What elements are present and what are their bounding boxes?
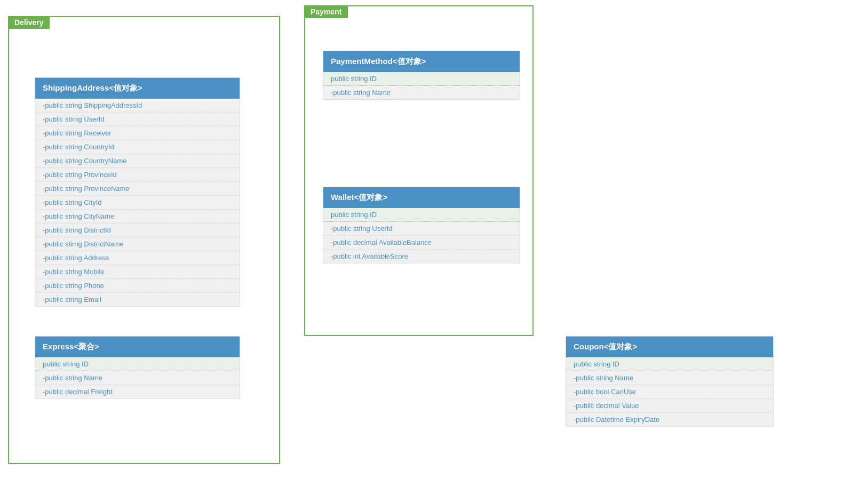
field-row-wallet-1: -public decimal AvailableBalance [323,236,520,250]
entity-header-shipping-address: ShippingAddress<值对象> [35,78,240,99]
field-row-shipping-address-6: -public string ProvinceName [35,182,240,196]
field-row-coupon-3: -public Datetime ExpiryDate [566,413,773,426]
entity-body-coupon: public string ID-public string Name-publ… [566,357,773,426]
field-row-shipping-address-1: -public stirng UserId [35,113,240,126]
field-pk-payment-method: public string ID [323,72,520,86]
field-row-shipping-address-11: -public string Address [35,251,240,265]
field-row-payment-method-0: -public string Name [323,86,520,99]
field-row-shipping-address-5: -public string ProvinceId [35,168,240,182]
entity-header-coupon: Coupon<值对象> [566,337,773,357]
entity-body-wallet: public string ID-public string UserId-pu… [323,208,520,263]
field-row-coupon-1: -public bool CanUse [566,385,773,399]
field-row-coupon-0: -public string Name [566,371,773,385]
field-row-shipping-address-4: -public string CountryName [35,154,240,168]
field-row-shipping-address-13: -public string Phone [35,279,240,293]
entity-express: Express<聚合>public string ID-public strin… [35,336,240,399]
diagram-area: DeliveryPaymentShippingAddress<值对象>-publ… [0,0,867,504]
group-label-payment: Payment [304,5,348,18]
entity-header-payment-method: PaymentMethod<值对象> [323,51,520,72]
entity-header-express: Express<聚合> [35,337,240,357]
field-pk-wallet: public string ID [323,208,520,222]
field-row-shipping-address-12: -public string Mobile [35,265,240,279]
field-row-wallet-2: -public int AvailableScore [323,250,520,263]
field-row-express-0: -public string Name [35,371,240,385]
field-row-shipping-address-3: -public string CountryId [35,140,240,154]
field-pk-coupon: public string ID [566,357,773,371]
group-label-delivery: Delivery [8,16,50,29]
field-pk-express: public string ID [35,357,240,371]
field-row-coupon-2: -public decimal Value [566,399,773,413]
entity-header-wallet: Wallet<值对象> [323,187,520,208]
field-row-shipping-address-7: -public string CityId [35,196,240,210]
field-row-shipping-address-10: -public stirng DistrictName [35,237,240,251]
field-row-shipping-address-9: -public string DistrictId [35,223,240,237]
entity-payment-method: PaymentMethod<值对象>public string ID-publi… [323,51,520,100]
entity-body-payment-method: public string ID-public string Name [323,72,520,99]
field-row-wallet-0: -public string UserId [323,222,520,236]
field-row-shipping-address-0: -public string ShippingAddressId [35,99,240,113]
field-row-shipping-address-8: -public string CityName [35,210,240,223]
entity-body-shipping-address: -public string ShippingAddressId-public … [35,99,240,306]
field-row-shipping-address-14: -public string Email [35,293,240,306]
entity-body-express: public string ID-public string Name-publ… [35,357,240,398]
entity-coupon: Coupon<值对象>public string ID-public strin… [566,336,774,427]
field-row-express-1: -public decimal Freight [35,385,240,398]
field-row-shipping-address-2: -public string Receiver [35,126,240,140]
entity-shipping-address: ShippingAddress<值对象>-public string Shipp… [35,77,240,307]
entity-wallet: Wallet<值对象>public string ID-public strin… [323,187,520,263]
